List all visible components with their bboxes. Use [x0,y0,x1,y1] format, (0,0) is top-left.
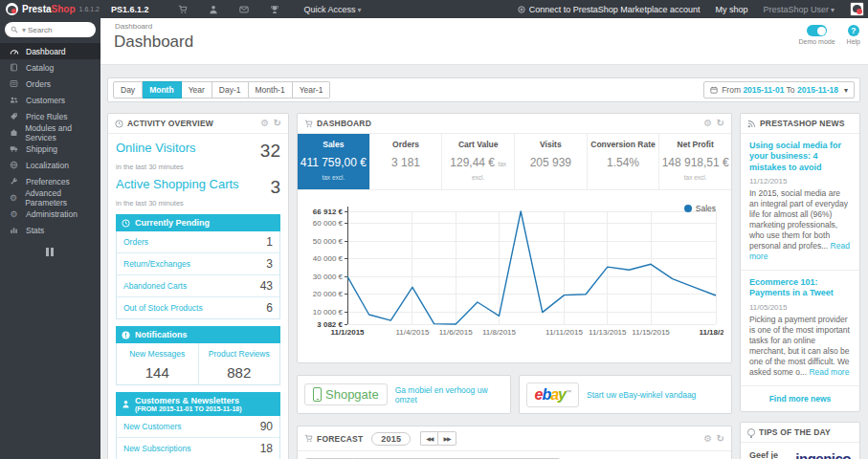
shopgate-link[interactable]: Ga mobiel en verhoog uw omzet [395,385,503,404]
table-row[interactable]: Abandoned Carts43 [117,274,279,296]
sidebar-item-preferences[interactable]: Preferences [0,173,100,189]
refresh-icon[interactable]: ↻ [716,434,724,444]
sidebar-item-dashboard[interactable]: Dashboard [0,43,100,59]
main-area: Dashboard Dashboard Demo mode ? Help Day… [100,18,868,459]
new-messages-cell[interactable]: New Messages 144 [117,343,198,384]
range-month-button[interactable]: Month [143,81,182,98]
sidebar-item-label: Shipping [26,144,57,154]
sidebar-collapse-icon[interactable] [46,248,56,256]
sidebar-item-stats[interactable]: Stats [0,222,100,238]
sidebar-item-modules[interactable]: Modules and Services [0,124,100,141]
gear-icon[interactable]: ⚙ [703,119,712,128]
quick-access-menu[interactable]: Quick Access▾ [304,5,362,14]
forecast-panel: FORECAST 2015 ◀◀ ▶▶ ⚙ ↻ Traffic Conversi… [297,426,732,459]
forecast-year[interactable]: 2015 [371,432,411,446]
gear-icon[interactable]: ⚙ [703,434,712,444]
ebay-link[interactable]: Start uw eBay-winkel vandaag [587,390,696,400]
sidebar-item-shipping[interactable]: Shipping [0,141,100,157]
activity-overview-panel: ACTIVITY OVERVIEW ⚙ ↻ Online Visitors 32… [107,113,289,459]
online-visitors-value: 32 [260,141,280,162]
article-title[interactable]: Ecommerce 101: Payments in a Tweet [749,277,851,299]
orders-cart-icon[interactable] [178,5,188,14]
find-more-news-link[interactable]: Find more news [769,394,832,404]
metric-conversion-rate[interactable]: Conversion Rate 1.54% [587,134,659,189]
modules-puzzle-icon [8,128,19,137]
demo-mode-toggle[interactable] [807,25,827,36]
sidebar-item-catalog[interactable]: Catalog [0,59,100,76]
prestashop-logo[interactable]: PrestaShop 1.6.1.2 PS1.6.1.2 [0,3,155,15]
page-header: Dashboard Dashboard Demo mode ? Help [100,18,868,65]
marketplace-connect-link[interactable]: Connect to PrestaShop Marketplace accoun… [518,5,701,14]
sidebar: ▾ Dashboard Catalog Orders Customers Pri… [0,18,100,459]
range-month-1-button[interactable]: Month-1 [249,81,293,98]
active-carts-subtitle: in the last 30 minutes [116,199,280,208]
range-year-1-button[interactable]: Year-1 [293,81,331,98]
breadcrumb[interactable]: Dashboard [100,18,868,31]
metric-sales[interactable]: Sales 411 759,00 € tax excl. [298,134,369,189]
chart-legend[interactable]: Sales [684,204,716,213]
search-input[interactable] [28,26,83,34]
metric-orders[interactable]: Orders 3 181 [369,134,442,189]
sidebar-item-price-rules[interactable]: Price Rules [0,108,100,124]
table-row[interactable]: Orders1 [117,231,279,252]
cart-icon [304,434,313,443]
date-range-picker[interactable]: From 2015-11-01 To 2015-11-18 ▾ [703,81,855,98]
refresh-icon[interactable]: ↻ [716,119,724,128]
panel-title: ACTIVITY OVERVIEW [127,119,213,128]
range-day-1-button[interactable]: Day-1 [212,81,249,98]
product-reviews-cell[interactable]: Product Reviews 882 [198,343,280,384]
person-icon [122,400,130,408]
sidebar-search[interactable]: ▾ [5,22,96,37]
metric-cart-value[interactable]: Cart Value 129,44 € tax excl. [441,134,514,189]
online-visitors-link[interactable]: Online Visitors [116,141,196,155]
shopgate-ad[interactable]: Shopgate Ga mobiel en verhoog uw omzet [297,375,511,414]
sidebar-item-label: Modules and Services [25,123,100,142]
demo-mode-control[interactable]: Demo mode [798,25,835,45]
sidebar-item-localization[interactable]: Localization [0,157,100,173]
active-carts-link[interactable]: Active Shopping Carts [116,177,239,191]
range-day-button[interactable]: Day [113,81,143,98]
gear-icon: ⚙ [8,209,20,219]
dashboard-gauge-icon [8,47,20,56]
table-row[interactable]: New Customers90 [117,416,279,437]
forecast-prev-button[interactable]: ◀◀ [420,431,437,446]
range-button-group: Day Month Year Day-1 Month-1 Year-1 [113,81,330,98]
article-date: 11/05/2015 [749,303,851,312]
ebay-ad[interactable]: ebay™ Start uw eBay-winkel vandaag [519,375,733,414]
table-row[interactable]: Return/Exchanges3 [117,252,279,274]
customers-person-icon[interactable] [209,5,218,14]
messages-envelope-icon[interactable] [239,5,249,14]
search-scope-caret-icon[interactable]: ▾ [22,26,26,34]
read-more-link[interactable]: Read more [809,367,849,377]
online-visitors-subtitle: in the last 30 minutes [116,163,280,171]
user-menu[interactable]: PrestaShop User▾ [763,5,835,14]
article-title[interactable]: Using social media for your business: 4 … [749,141,851,173]
article-excerpt: Picking a payment provider is one of the… [749,315,851,378]
sidebar-item-label: Dashboard [26,47,66,56]
forecast-next-button[interactable]: ▶▶ [437,431,456,446]
help-icon[interactable]: ? [848,25,859,36]
table-row[interactable]: Out of Stock Products6 [117,296,279,318]
sidebar-item-orders[interactable]: Orders [0,76,100,92]
help-control[interactable]: ? Help [847,25,860,45]
table-row[interactable]: New Subscriptions18 [117,437,279,459]
article-date: 11/12/2015 [749,177,851,186]
trophy-icon[interactable] [270,5,279,14]
sidebar-item-administration[interactable]: ⚙ Administration [0,206,100,222]
customers-table: New Customers90 New Subscriptions18 Tota… [116,416,280,459]
sidebar-item-advanced-parameters[interactable]: ⚙ Advanced Parameters [0,189,100,206]
page-title: Dashboard [100,31,868,52]
my-shop-link[interactable]: My shop [715,5,747,14]
gear-icon[interactable]: ⚙ [260,119,269,128]
forecast-legend: Traffic Conversion Average Cart Value Sa… [298,451,731,459]
sidebar-item-customers[interactable]: Customers [0,92,100,108]
bar-chart-icon [8,226,20,234]
user-avatar[interactable] [850,2,864,16]
metric-net-profit[interactable]: Net Profit 148 918,51 € tax excl. [658,134,731,189]
range-year-button[interactable]: Year [182,81,212,98]
refresh-icon[interactable]: ↻ [273,119,281,128]
metric-visits[interactable]: Visits 205 939 [514,134,587,189]
sidebar-item-label: Catalog [26,63,54,73]
svg-text:66 912 €: 66 912 € [313,208,344,216]
help-label: Help [847,38,860,45]
